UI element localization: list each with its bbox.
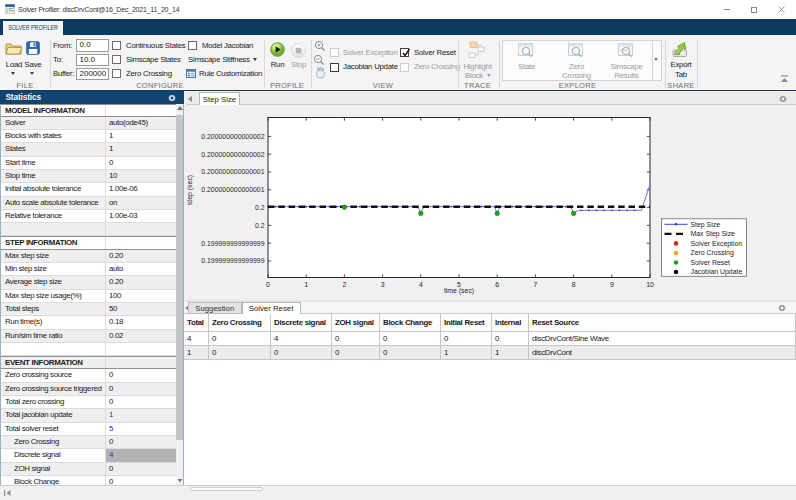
svg-text:1: 1 [304,281,308,288]
svg-text:Zero Crossing: Zero Crossing [691,249,734,257]
svg-text:6: 6 [495,281,499,288]
svg-text:Jacobian Update: Jacobian Update [691,268,743,276]
svg-text:3: 3 [381,281,385,288]
svg-text:Max Step Size: Max Step Size [691,230,736,238]
svg-text:step (sec): step (sec) [186,174,194,204]
svg-text:4: 4 [419,281,423,288]
svg-text:0.199999999999999: 0.199999999999999 [201,239,264,246]
svg-text:Solver Exception: Solver Exception [691,239,743,247]
svg-text:Solver Reset: Solver Reset [691,258,731,265]
svg-text:time (sec): time (sec) [444,287,474,295]
svg-text:0.200000000000002: 0.200000000000002 [201,150,264,157]
svg-text:8: 8 [572,281,576,288]
svg-text:0: 0 [266,281,270,288]
svg-text:0.200000000000001: 0.200000000000001 [201,168,264,175]
svg-text:10: 10 [646,281,654,288]
svg-text:2: 2 [342,281,346,288]
svg-text:9: 9 [610,281,614,288]
svg-text:7: 7 [533,281,537,288]
svg-text:Step Size: Step Size [691,220,721,228]
svg-text:0.200000000000001: 0.200000000000001 [201,186,264,193]
svg-text:0.200000000000002: 0.200000000000002 [201,132,264,139]
svg-text:0.199999999999999: 0.199999999999999 [201,257,264,264]
svg-text:0.2: 0.2 [255,221,265,228]
svg-text:0.2: 0.2 [255,203,265,210]
